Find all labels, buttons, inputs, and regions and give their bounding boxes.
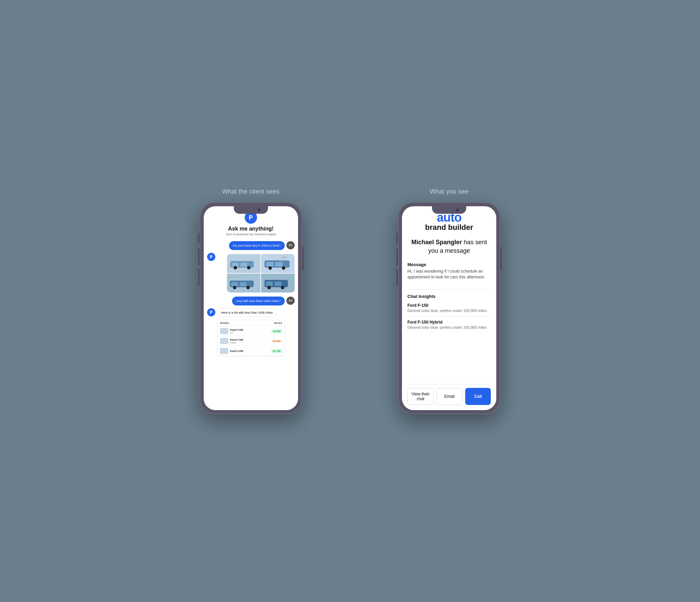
- auto-brand-logo: auto brand builder: [407, 211, 491, 231]
- car-details-1: Ford F-150 XLT: [230, 328, 243, 334]
- left-phone-section: What the client sees: [162, 188, 340, 414]
- message-section: Message Hi, I was wondering if I could s…: [407, 262, 491, 280]
- car-img-1: [227, 254, 260, 273]
- table-row-1: Ford F-150 XLT 43,650: [217, 326, 285, 336]
- right-phone-btn-mute: [396, 233, 398, 243]
- user-bubble-1: Do you have any F-150s in blue?: [229, 241, 285, 250]
- car-details-3: Ford F-150: [230, 350, 243, 353]
- right-phone-notch: [432, 206, 466, 214]
- user-avatar-1: AZ: [286, 241, 295, 249]
- page-wrapper: What the client sees: [162, 188, 538, 414]
- table-header: MODEL MILES: [217, 320, 285, 326]
- bot-text-bubble: Here is a list with less than 100k miles: [217, 308, 277, 317]
- brand-sub-text: brand builder: [407, 224, 491, 231]
- left-section-label: What the client sees: [222, 188, 280, 195]
- message-label: Message: [407, 262, 491, 267]
- insight-desc-1: Desired color blue, prefers under 100,00…: [407, 309, 491, 313]
- svg-point-25: [268, 286, 271, 289]
- action-buttons: View their chat Email Call: [407, 384, 491, 407]
- svg-point-26: [281, 286, 284, 289]
- car-info-1: Ford F-150 XLT: [220, 328, 243, 334]
- phone-btn-vol-down: [198, 269, 200, 286]
- car-thumb-2: [220, 338, 228, 344]
- bot-p-logo: [209, 254, 214, 259]
- notification-header: Michael Spangler has sent you a message: [407, 238, 491, 255]
- view-chat-button[interactable]: View their chat: [407, 388, 434, 405]
- car-img-2: CAR shop.: [261, 254, 295, 273]
- notch-camera: [258, 209, 260, 211]
- car-info-2: Ford F-150 Raptor: [220, 338, 243, 344]
- insights-section: Chat Insights Ford F-150 Desired color b…: [407, 294, 491, 336]
- svg-point-19: [246, 286, 250, 289]
- car-svg-1: [227, 254, 260, 273]
- bot-car-images: CAR shop.: [207, 253, 295, 294]
- phone-btn-power: [302, 247, 304, 271]
- right-phone-btn-power: [500, 247, 502, 271]
- car-thumb-1: [220, 328, 228, 334]
- phone-btn-vol-up: [198, 248, 200, 265]
- left-phone-frame: Ask me anything! Your AI-powered car inv…: [200, 202, 302, 414]
- svg-rect-17: [240, 282, 246, 286]
- car-img-4: [261, 274, 295, 292]
- insights-label: Chat Insights: [407, 294, 491, 299]
- svg-point-11: [282, 266, 285, 270]
- phone-btn-mute: [198, 233, 200, 243]
- svg-rect-16: [231, 282, 238, 286]
- divider-1: [407, 289, 491, 290]
- user-message-1: Do you have any F-150s in blue? AZ: [207, 241, 295, 250]
- miles-1: 43,650: [271, 329, 282, 333]
- right-notch-camera: [456, 209, 459, 211]
- p-logo-svg: [247, 214, 254, 221]
- phone-notch: [234, 206, 268, 214]
- right-phone-screen: auto brand builder Michael Spangler has …: [402, 206, 496, 410]
- svg-point-10: [269, 266, 272, 270]
- message-text: Hi, I was wondering if I could schedule …: [407, 269, 491, 280]
- call-button[interactable]: Call: [465, 388, 491, 405]
- right-section-label: What you see: [430, 188, 469, 195]
- car-info-3: Ford F-150: [220, 348, 243, 354]
- car-svg-3: BIG STAR: [227, 274, 260, 292]
- car-thumb-3: [220, 348, 228, 354]
- right-phone-section: What you see auto brand builder: [360, 188, 538, 414]
- svg-text:CAR: CAR: [281, 256, 286, 259]
- right-phone-btn-vol-down: [396, 269, 398, 286]
- email-button[interactable]: Email: [436, 388, 463, 405]
- miles-2: 93,830: [271, 339, 282, 343]
- car-images-grid: CAR shop.: [227, 254, 295, 292]
- chat-heading: Ask me anything!: [207, 226, 295, 232]
- miles-3: 61,782: [271, 349, 282, 353]
- bot-avatar-2: [207, 308, 215, 316]
- car-results-table: MODEL MILES Ford F-150 XLT: [217, 320, 285, 356]
- bot-p-logo-2: [209, 310, 214, 315]
- left-phone-screen: Ask me anything! Your AI-powered car inv…: [204, 206, 298, 410]
- insight-title-1: Ford F-150: [407, 303, 491, 308]
- sender-name: Michael Spangler: [411, 239, 462, 246]
- svg-rect-23: [266, 282, 273, 286]
- user-message-2: Any with less than 100k miles? AZ: [207, 297, 295, 305]
- insight-item-2: Ford F-150 Hybrid Desired color blue, pr…: [407, 320, 491, 333]
- svg-rect-3: [240, 263, 247, 267]
- car-name-1: Ford F-150: [230, 328, 243, 331]
- notification-screen-content: auto brand builder Michael Spangler has …: [402, 206, 496, 410]
- chat-subheading: Your AI-powered car inventory expert: [207, 233, 295, 236]
- svg-point-18: [233, 286, 237, 289]
- car-svg-4: [261, 274, 295, 292]
- svg-rect-24: [274, 282, 282, 286]
- right-phone-btn-vol-up: [396, 248, 398, 265]
- chat-screen-content: Ask me anything! Your AI-powered car inv…: [204, 206, 298, 410]
- right-phone-frame: auto brand builder Michael Spangler has …: [398, 202, 500, 414]
- svg-text:shop.: shop.: [280, 259, 285, 261]
- notification-heading: Michael Spangler has sent you a message: [407, 238, 491, 255]
- car-sub-2: Raptor: [230, 341, 243, 344]
- svg-text:BIG STAR: BIG STAR: [229, 276, 240, 278]
- col-model: MODEL: [220, 322, 230, 324]
- table-row-3: Ford F-150 61,782: [217, 346, 285, 356]
- svg-point-4: [234, 266, 237, 270]
- svg-rect-8: [266, 262, 274, 266]
- car-name-2: Ford F-150: [230, 338, 243, 341]
- chat-messages: Do you have any F-150s in blue? AZ: [207, 239, 295, 407]
- insight-desc-2: Desired color blue, prefers under 100,00…: [407, 325, 491, 329]
- svg-point-5: [247, 266, 251, 270]
- table-row-2: Ford F-150 Raptor 93,830: [217, 336, 285, 346]
- user-bubble-2: Any with less than 100k miles?: [232, 297, 285, 305]
